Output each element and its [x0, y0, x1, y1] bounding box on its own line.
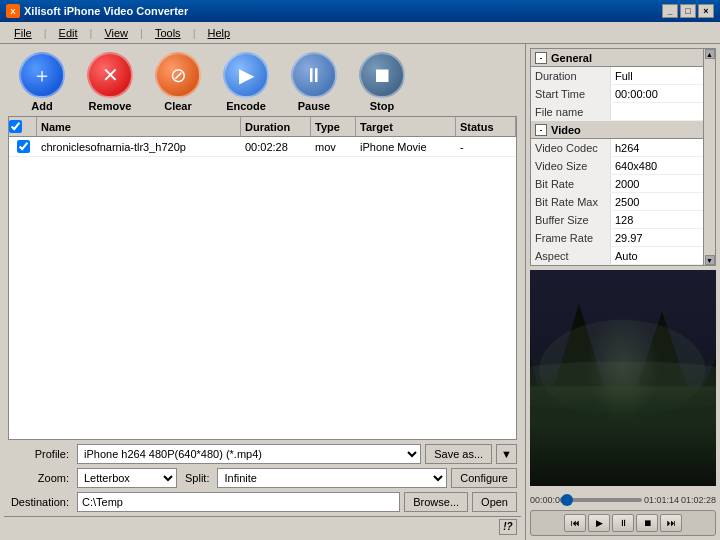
prop-starttime-val: 00:00:00 [611, 88, 703, 100]
timeline-thumb[interactable] [561, 494, 573, 506]
pause-button[interactable]: ⏸ Pause [284, 52, 344, 112]
prop-aspect-key: Aspect [531, 247, 611, 264]
scroll-down[interactable]: ▼ [705, 255, 715, 265]
clear-label: Clear [164, 100, 192, 112]
svg-point-7 [530, 361, 716, 411]
profile-select[interactable]: iPhone h264 480P(640*480) (*.mp4) [77, 444, 421, 464]
add-icon: ＋ [19, 52, 65, 98]
prop-framerate-row: Frame Rate 29.97 [531, 229, 703, 247]
clear-icon: ⊘ [155, 52, 201, 98]
help-button[interactable]: !? [499, 519, 517, 535]
general-section-header: - General [531, 49, 703, 67]
play-button[interactable]: ▶ [588, 514, 610, 532]
preview-image [530, 270, 716, 486]
video-section-label: Video [551, 124, 581, 136]
maximize-button[interactable]: □ [680, 4, 696, 18]
destination-input[interactable] [77, 492, 400, 512]
prop-framerate-val: 29.97 [611, 232, 703, 244]
prop-buffersize-val: 128 [611, 214, 703, 226]
destination-row: Destination: Browse... Open [8, 492, 517, 512]
general-expand-icon[interactable]: - [535, 52, 547, 64]
preview-area [530, 270, 716, 486]
open-button[interactable]: Open [472, 492, 517, 512]
scrollbar[interactable]: ▲ ▼ [703, 49, 715, 265]
col-target-header: Target [356, 117, 456, 136]
file-name-cell: chroniclesofnarnia-tlr3_h720p [37, 141, 241, 153]
file-list-body: chroniclesofnarnia-tlr3_h720p 00:02:28 m… [9, 137, 516, 157]
video-section-header: - Video [531, 121, 703, 139]
stop-playback-button[interactable]: ⏹ [636, 514, 658, 532]
menu-bar: File | Edit | View | Tools | Help [0, 22, 720, 44]
file-duration-cell: 00:02:28 [241, 141, 311, 153]
save-as-button[interactable]: Save as... [425, 444, 492, 464]
prop-aspect-val: Auto [611, 250, 703, 262]
menu-file[interactable]: File [4, 25, 42, 41]
col-type-header: Type [311, 117, 356, 136]
split-label: Split: [181, 472, 213, 484]
prop-starttime-key: Start Time [531, 85, 611, 102]
row-checkbox[interactable] [17, 140, 30, 153]
encode-icon: ▶ [223, 52, 269, 98]
left-panel: ＋ Add ✕ Remove ⊘ Clear ▶ Encode ⏸ Pause … [0, 44, 525, 540]
col-name-header: Name [37, 117, 241, 136]
encode-button[interactable]: ▶ Encode [216, 52, 276, 112]
prop-filename-key: File name [531, 103, 611, 120]
prop-starttime-row: Start Time 00:00:00 [531, 85, 703, 103]
zoom-label: Zoom: [8, 472, 73, 484]
stop-icon: ⏹ [359, 52, 405, 98]
remove-button[interactable]: ✕ Remove [80, 52, 140, 112]
prop-bitratemax-row: Bit Rate Max 2500 [531, 193, 703, 211]
properties-panel: ▲ ▼ - General Duration Full Start T [530, 48, 716, 266]
app-icon: X [6, 4, 20, 18]
pause-playback-button[interactable]: ⏸ [612, 514, 634, 532]
skip-back-button[interactable]: ⏮ [564, 514, 586, 532]
prop-bitratemax-val: 2500 [611, 196, 703, 208]
file-target-cell: iPhone Movie [356, 141, 456, 153]
stop-button[interactable]: ⏹ Stop [352, 52, 412, 112]
prop-videosize-key: Video Size [531, 157, 611, 174]
file-list: Name Duration Type Target Status chronic… [8, 116, 517, 440]
prop-bitrate-val: 2000 [611, 178, 703, 190]
skip-forward-button[interactable]: ⏭ [660, 514, 682, 532]
prop-buffersize-key: Buffer Size [531, 211, 611, 228]
prop-aspect-row: Aspect Auto [531, 247, 703, 265]
menu-tools[interactable]: Tools [145, 25, 191, 41]
timeline-mid: 01:01:14 [644, 495, 679, 505]
bottom-controls: Profile: iPhone h264 480P(640*480) (*.mp… [4, 440, 521, 516]
add-button[interactable]: ＋ Add [12, 52, 72, 112]
encode-label: Encode [226, 100, 266, 112]
zoom-split-row: Zoom: Letterbox Split: Infinite Configur… [8, 468, 517, 488]
svg-point-8 [539, 320, 705, 420]
browse-button[interactable]: Browse... [404, 492, 468, 512]
scroll-up[interactable]: ▲ [705, 49, 715, 59]
profile-row: Profile: iPhone h264 480P(640*480) (*.mp… [8, 444, 517, 464]
zoom-select[interactable]: Letterbox [77, 468, 177, 488]
table-row[interactable]: chroniclesofnarnia-tlr3_h720p 00:02:28 m… [9, 137, 516, 157]
menu-help[interactable]: Help [197, 25, 240, 41]
minimize-button[interactable]: _ [662, 4, 678, 18]
col-duration-header: Duration [241, 117, 311, 136]
window-title: Xilisoft iPhone Video Converter [24, 5, 662, 17]
menu-view[interactable]: View [94, 25, 138, 41]
prop-videocodec-row: Video Codec h264 [531, 139, 703, 157]
timeline-start: 00:00:00 [530, 495, 565, 505]
video-expand-icon[interactable]: - [535, 124, 547, 136]
close-button[interactable]: × [698, 4, 714, 18]
remove-label: Remove [89, 100, 132, 112]
select-all-checkbox[interactable] [9, 120, 22, 133]
clear-button[interactable]: ⊘ Clear [148, 52, 208, 112]
prop-videocodec-key: Video Codec [531, 139, 611, 156]
prop-framerate-key: Frame Rate [531, 229, 611, 246]
split-select[interactable]: Infinite [217, 468, 447, 488]
menu-edit[interactable]: Edit [49, 25, 88, 41]
add-label: Add [31, 100, 52, 112]
col-check-header [9, 117, 37, 136]
destination-label: Destination: [8, 496, 73, 508]
prop-bitrate-key: Bit Rate [531, 175, 611, 192]
save-as-arrow[interactable]: ▼ [496, 444, 517, 464]
configure-button[interactable]: Configure [451, 468, 517, 488]
profile-label: Profile: [8, 448, 73, 460]
timeline-bar[interactable] [567, 498, 642, 502]
prop-buffersize-row: Buffer Size 128 [531, 211, 703, 229]
prop-videocodec-val: h264 [611, 142, 703, 154]
